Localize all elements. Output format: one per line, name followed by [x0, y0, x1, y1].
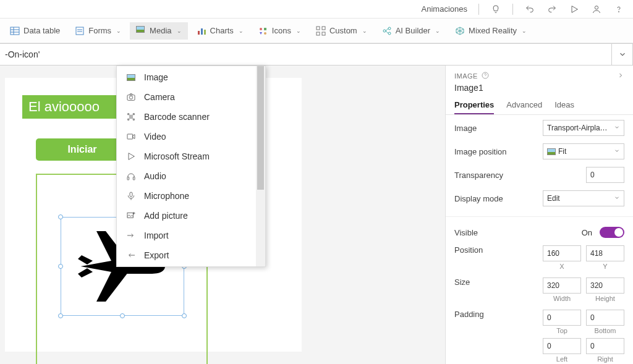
canvas-area[interactable]: El aviooooo Iniciar I: [0, 66, 445, 364]
svg-point-15: [264, 32, 266, 35]
import-icon: [125, 231, 137, 240]
formula-bar: [0, 43, 633, 66]
image-select[interactable]: Transport-Airplane-...: [543, 120, 624, 136]
position-x-input[interactable]: [543, 245, 581, 261]
mixed-reality-icon: [455, 26, 465, 36]
transparency-input[interactable]: [586, 167, 624, 183]
media-menu-image[interactable]: Image: [117, 67, 256, 87]
formula-input[interactable]: [0, 43, 612, 66]
media-menu-barcode[interactable]: Barcode scanner: [117, 107, 256, 127]
chevron-down-icon: ⌄: [239, 28, 244, 34]
media-dropdown-menu: Image Camera Barcode scanner Video Micro…: [116, 66, 266, 267]
icons-icon: [258, 26, 268, 36]
resize-handle[interactable]: [58, 313, 63, 318]
user-icon[interactable]: [591, 4, 602, 14]
dim-label: Height: [586, 295, 624, 302]
axis-label: X: [543, 263, 581, 270]
export-icon: [125, 250, 137, 260]
chevron-down-icon: ⌄: [522, 28, 527, 34]
tab-ideas[interactable]: Ideas: [554, 100, 574, 114]
ribbon-forms[interactable]: Forms ⌄: [69, 22, 127, 40]
svg-rect-6: [76, 27, 83, 35]
position-y-input[interactable]: [586, 245, 624, 261]
svg-rect-19: [322, 32, 325, 35]
svg-rect-9: [198, 31, 200, 35]
panel-header: IMAGE Image1: [446, 66, 633, 95]
scrollbar-thumb[interactable]: [257, 66, 264, 190]
display-mode-select[interactable]: Edit: [543, 190, 624, 206]
menu-label: Barcode scanner: [144, 112, 210, 122]
media-menu-video[interactable]: Video: [117, 127, 256, 146]
iniciar-button[interactable]: Iniciar: [36, 138, 129, 161]
ribbon-mixed-reality[interactable]: Mixed Reality ⌄: [449, 22, 533, 40]
media-menu-camera[interactable]: Camera: [117, 87, 256, 107]
separator: [478, 4, 479, 15]
ribbon-media[interactable]: Media ⌄: [130, 22, 187, 40]
resize-handle[interactable]: [58, 214, 63, 219]
properties-panel: IMAGE Image1 Properties Advanced Ideas I…: [445, 66, 633, 364]
svg-rect-10: [201, 28, 203, 35]
ribbon-label: Forms: [88, 26, 111, 35]
menu-scrollbar[interactable]: [256, 66, 265, 266]
panel-tabs: Properties Advanced Ideas: [446, 95, 633, 115]
media-menu-export[interactable]: Export: [117, 245, 256, 265]
select-value: Edit: [547, 194, 560, 203]
padding-bottom-input[interactable]: [586, 310, 624, 326]
ribbon-ai-builder[interactable]: AI Builder ⌄: [376, 22, 446, 40]
checker-icon[interactable]: [490, 4, 501, 14]
ribbon-custom[interactable]: Custom ⌄: [310, 22, 373, 40]
separator: [512, 4, 513, 15]
size-width-input[interactable]: [543, 277, 581, 294]
ribbon-data-table[interactable]: Data table: [4, 22, 66, 40]
media-menu-microphone[interactable]: Microphone: [117, 186, 256, 206]
prop-label: Transparency: [454, 171, 503, 180]
visible-toggle[interactable]: [600, 227, 624, 238]
tab-advanced[interactable]: Advanced: [506, 100, 542, 114]
media-menu-import[interactable]: Import: [117, 226, 256, 245]
image-icon: [125, 74, 137, 81]
menu-label: Video: [144, 132, 166, 142]
prop-size: Size Width Height: [454, 277, 624, 302]
svg-rect-18: [316, 32, 320, 35]
title-bar: Animaciones: [0, 0, 633, 19]
redo-icon[interactable]: [546, 4, 558, 14]
svg-marker-14: [260, 32, 262, 35]
menu-label: Import: [144, 231, 169, 240]
undo-icon[interactable]: [524, 4, 535, 14]
add-picture-icon: [125, 211, 137, 221]
prop-padding: Padding Top Bottom Left: [454, 310, 624, 363]
ribbon-label: Custom: [329, 26, 357, 35]
media-menu-stream[interactable]: Microsoft Stream: [117, 146, 256, 166]
image-position-select[interactable]: Fit: [543, 143, 624, 159]
resize-handle[interactable]: [58, 264, 63, 269]
help-icon[interactable]: [482, 72, 489, 80]
ribbon-label: Icons: [272, 26, 291, 35]
resize-handle[interactable]: [120, 313, 125, 318]
menu-label: Camera: [144, 92, 175, 102]
padding-right-input[interactable]: [586, 338, 624, 354]
prop-label: Position: [454, 245, 483, 255]
svg-line-23: [386, 28, 388, 31]
animations-label[interactable]: Animaciones: [422, 4, 467, 14]
chevron-down-icon: [614, 194, 620, 203]
svg-rect-16: [316, 27, 320, 30]
chevron-down-icon: ⌄: [435, 28, 440, 34]
help-icon[interactable]: [613, 4, 624, 14]
play-icon[interactable]: [569, 4, 580, 14]
size-height-input[interactable]: [586, 277, 624, 294]
padding-left-input[interactable]: [543, 338, 581, 354]
media-menu-audio[interactable]: Audio: [117, 166, 256, 186]
svg-point-1: [619, 11, 619, 12]
ribbon-charts[interactable]: Charts ⌄: [190, 22, 250, 40]
resize-handle[interactable]: [182, 313, 187, 318]
chevron-right-icon[interactable]: [617, 72, 624, 80]
svg-rect-17: [322, 27, 325, 30]
charts-icon: [197, 26, 206, 36]
ribbon-icons[interactable]: Icons ⌄: [252, 22, 307, 40]
padding-top-input[interactable]: [543, 310, 581, 326]
svg-rect-2: [11, 27, 19, 35]
tab-properties[interactable]: Properties: [454, 100, 494, 114]
divider: [446, 216, 633, 217]
media-menu-add-picture[interactable]: Add picture: [117, 206, 256, 226]
formula-expand[interactable]: [612, 43, 633, 66]
